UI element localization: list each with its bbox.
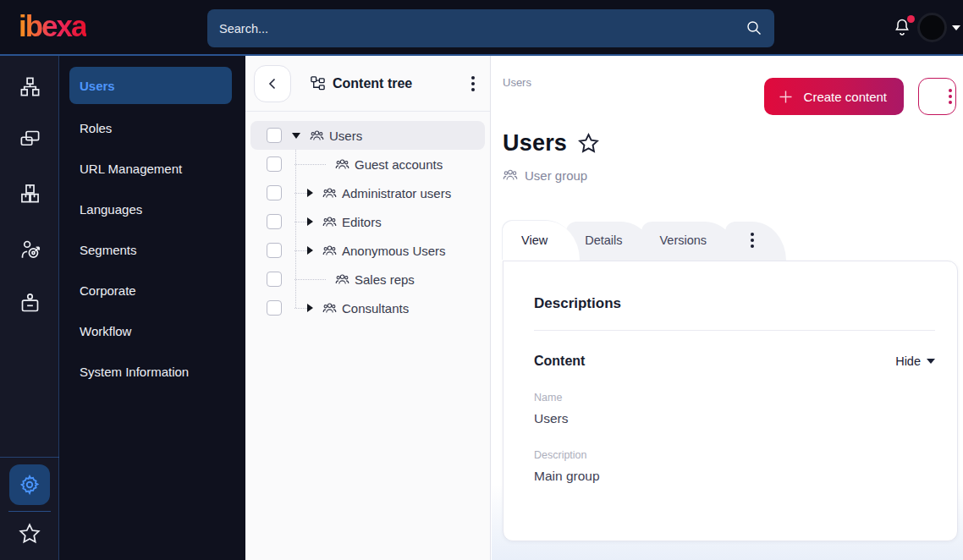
- tree-checkbox[interactable]: [267, 300, 282, 316]
- rail-divider-short: [8, 511, 51, 512]
- user-group-icon: [310, 129, 324, 143]
- ibexa-logo: ibexa: [19, 9, 86, 43]
- rail-divider: [0, 457, 59, 458]
- tree-item-guest-accounts[interactable]: Guest accounts: [250, 150, 485, 178]
- bookmarks-star-icon[interactable]: [0, 522, 59, 546]
- tree-item-users[interactable]: Users: [250, 121, 485, 150]
- tree-checkbox[interactable]: [267, 185, 282, 200]
- tree-item-consultants[interactable]: Consultants: [250, 294, 485, 322]
- content-tree-header: Content tree: [245, 56, 490, 112]
- badge-icon[interactable]: [0, 292, 59, 315]
- tree-kebab-icon[interactable]: [468, 73, 478, 95]
- sidebar-item-system-information[interactable]: System Information: [59, 351, 245, 392]
- gear-icon[interactable]: [9, 464, 50, 505]
- notification-dot: [907, 15, 915, 23]
- content-tree-icon: [310, 75, 326, 91]
- personalization-icon[interactable]: [0, 238, 59, 261]
- boxes-icon[interactable]: [0, 182, 59, 205]
- descriptions-heading: Descriptions: [534, 295, 935, 312]
- tree-checkbox[interactable]: [267, 272, 282, 287]
- expand-toggle-right-icon[interactable]: [307, 246, 313, 255]
- content-section-hide-toggle[interactable]: Hide: [895, 354, 935, 368]
- content-tree-panel: Content tree Users: [245, 56, 491, 560]
- field-description: Description Main group: [534, 449, 935, 484]
- create-content-button[interactable]: Create content: [764, 78, 904, 115]
- main-content: Users Create content Users User group Vi: [492, 56, 963, 560]
- content-actions-kebab-icon[interactable]: [918, 78, 956, 115]
- tab-versions[interactable]: Versions: [641, 222, 740, 261]
- tree-checkbox[interactable]: [267, 156, 282, 172]
- content-type-badge: User group: [503, 167, 587, 183]
- global-search: [207, 9, 774, 47]
- avatar[interactable]: [917, 13, 947, 42]
- content-tree-title: Content tree: [333, 76, 412, 91]
- user-group-icon: [335, 272, 349, 287]
- expand-toggle-right-icon[interactable]: [307, 189, 313, 197]
- user-group-icon: [322, 301, 337, 316]
- tree-checkbox[interactable]: [267, 214, 282, 229]
- content-tree-list: Users Guest accounts: [250, 121, 485, 322]
- plus-icon: [778, 89, 794, 105]
- bell-icon[interactable]: [892, 17, 914, 39]
- collapse-tree-button[interactable]: [254, 65, 291, 102]
- card-divider: [534, 330, 935, 331]
- bookmark-star-icon[interactable]: [577, 132, 600, 155]
- tree-checkbox[interactable]: [267, 128, 282, 143]
- tab-bar: View Details Versions Hide: [503, 221, 773, 261]
- expand-toggle-down-icon[interactable]: [292, 133, 300, 139]
- expand-toggle-right-icon[interactable]: [307, 304, 313, 312]
- sitemap-icon[interactable]: [0, 75, 59, 98]
- field-name: Name Users: [534, 392, 935, 426]
- sidebar-nav: Users Roles URL Management Languages Seg…: [59, 56, 245, 560]
- expand-toggle-right-icon[interactable]: [307, 217, 313, 226]
- sidebar-item-languages[interactable]: Languages: [59, 189, 245, 229]
- user-group-icon: [322, 215, 337, 229]
- page-title: Users: [503, 130, 567, 156]
- sidebar-item-workflow[interactable]: Workflow: [59, 310, 245, 351]
- tree-item-sales-reps[interactable]: Sales reps: [250, 265, 485, 294]
- tree-checkbox[interactable]: [267, 243, 282, 258]
- content-section-title: Content: [534, 354, 585, 369]
- breadcrumb[interactable]: Users: [503, 76, 531, 89]
- search-input[interactable]: [207, 9, 774, 47]
- user-group-icon: [503, 167, 518, 183]
- tree-item-editors[interactable]: Editors: [250, 207, 485, 236]
- sidebar-item-segments[interactable]: Segments: [59, 229, 245, 270]
- user-group-icon: [322, 186, 337, 200]
- sidebar-item-url-management[interactable]: URL Management: [59, 148, 245, 189]
- tree-item-administrator-users[interactable]: Administrator users: [250, 178, 485, 207]
- sidebar-item-users[interactable]: Users: [69, 67, 232, 104]
- caret-down-icon: [927, 359, 935, 364]
- user-menu-chevron-down-icon[interactable]: [952, 25, 960, 30]
- topbar: ibexa: [0, 0, 963, 56]
- sidebar-item-corporate[interactable]: Corporate: [59, 270, 245, 310]
- tree-item-anonymous-users[interactable]: Anonymous Users: [250, 236, 485, 265]
- icon-rail: [0, 56, 59, 560]
- user-group-icon: [335, 157, 349, 172]
- view-tab-card: Descriptions Content Hide Name Users Des…: [503, 261, 958, 541]
- user-group-icon: [322, 244, 337, 258]
- sidebar-item-roles[interactable]: Roles: [59, 107, 245, 148]
- pages-icon[interactable]: [0, 128, 59, 151]
- search-icon[interactable]: [746, 19, 762, 36]
